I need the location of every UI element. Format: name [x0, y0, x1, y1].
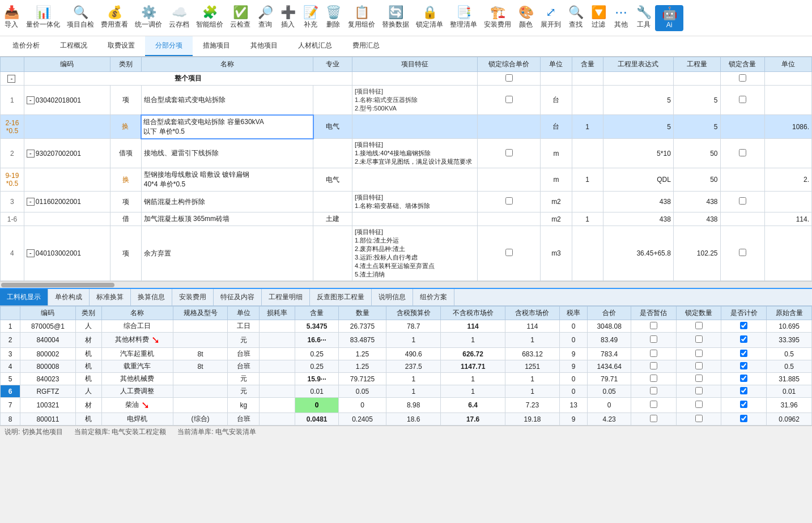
bottom-tab-calc-info[interactable]: 换算信息 — [131, 289, 172, 305]
toolbar-find[interactable]: 🔍 查找 — [564, 5, 587, 31]
toolbar-install-fee[interactable]: 🏗️ 安装费用 — [481, 5, 515, 31]
tab-cost-analysis[interactable]: 造价分析 — [2, 36, 50, 56]
col-header-lock-含量: 锁定含量 — [720, 57, 765, 72]
toolbar-fee-view[interactable]: 💰 费用查看 — [97, 5, 131, 31]
row-feature-1: [项目特征]1.名称:箱式变压器拆除2.型号:500KVA — [352, 86, 478, 115]
bottom-tab-project-detail[interactable]: 工程量明细 — [262, 289, 310, 305]
toolbar-expand[interactable]: ⤢ 展开到 — [537, 5, 564, 31]
toolbar-lock-clear[interactable]: 🔒 锁定清单 — [413, 5, 447, 31]
locked-qty-7[interactable] — [695, 401, 703, 408]
toolbar-import-label: 导入 — [5, 20, 18, 29]
lock-含量-4[interactable] — [739, 249, 746, 256]
estimate-8[interactable] — [650, 415, 657, 422]
row-num-3: 3 — [1, 192, 24, 212]
toolbar-color-label: 颜色 — [519, 20, 533, 29]
table-row-sub: 1-6 借 加气混凝土板顶 365mm砖墙 土建 m2 1 438 438 11… — [1, 212, 812, 226]
tab-fee-settings[interactable]: 取费设置 — [97, 36, 145, 56]
priced-6[interactable] — [740, 387, 747, 394]
unified-adjust-icon: ⚙️ — [141, 6, 156, 19]
toolbar-unified-adjust[interactable]: ⚙️ 统一调价 — [131, 5, 165, 31]
toolbar-import[interactable]: 📥 导入 — [0, 5, 23, 31]
bottom-tab-install-fee[interactable]: 安装费用 — [172, 289, 214, 305]
estimate-6[interactable] — [650, 387, 657, 394]
locked-qty-3[interactable] — [695, 350, 703, 357]
bottom-tab-labor-machine[interactable]: 工料机显示 — [0, 289, 48, 305]
toolbar-replace-data[interactable]: 🔄 替换数据 — [379, 5, 413, 31]
toolbar-supplement[interactable]: 📝 补充 — [299, 5, 322, 31]
toolbar-integration[interactable]: 📊 量价一体化 — [23, 5, 63, 31]
priced-2[interactable] — [740, 335, 747, 343]
main-scrollbar[interactable] — [0, 281, 812, 288]
priced-1[interactable] — [740, 322, 747, 329]
bottom-tab-description[interactable]: 说明信息 — [372, 289, 413, 305]
toolbar-query[interactable]: 🔎 查询 — [254, 5, 277, 31]
lock-price-4[interactable] — [505, 249, 513, 256]
tab-section-items[interactable]: 分部分项 — [145, 36, 193, 56]
toolbar-filter[interactable]: 🔽 过滤 — [587, 5, 610, 31]
locked-qty-4[interactable] — [695, 362, 703, 369]
priced-3[interactable] — [740, 350, 747, 357]
bottom-tab-unit-composition[interactable]: 单价构成 — [48, 289, 90, 305]
toolbar-project-inspect[interactable]: 🔍 项目自检 — [63, 5, 97, 31]
lock-price-2[interactable] — [505, 149, 513, 156]
bt-col-code: 编码 — [20, 307, 75, 320]
toolbar-organize-clear[interactable]: 📑 整理清单 — [447, 5, 481, 31]
priced-7[interactable] — [740, 401, 747, 408]
row-name-sub3[interactable]: 加气混凝土板顶 365mm砖墙 — [141, 212, 313, 226]
toolbar-delete[interactable]: 🗑️ 删除 — [322, 5, 345, 31]
row-name-4[interactable]: 余方弃置 — [141, 226, 313, 281]
lock-含量-2[interactable] — [739, 149, 746, 156]
cloud-archive-icon: ☁️ — [172, 6, 187, 19]
toolbar-ai[interactable]: 🤖 Ai — [655, 5, 683, 31]
estimate-5[interactable] — [650, 375, 657, 382]
row-expand-btn[interactable]: - — [1, 72, 24, 86]
row-name-sub1[interactable]: 组合型成套箱式变电站拆除 容量630kVA以下 单价*0.5 — [141, 115, 313, 139]
lock-含量-1[interactable] — [739, 96, 746, 103]
toolbar-cloud-check[interactable]: ✅ 云检查 — [227, 5, 254, 31]
estimate-1[interactable] — [650, 322, 657, 329]
bt-col-no-tax-market: 不含税市场价 — [441, 307, 505, 320]
tab-other-items[interactable]: 其他项目 — [240, 36, 288, 56]
priced-5[interactable] — [740, 375, 747, 382]
bottom-tab-feature-content[interactable]: 特征及内容 — [214, 289, 262, 305]
scrollbar-thumb[interactable] — [1, 283, 114, 287]
tab-project-overview[interactable]: 工程概况 — [50, 36, 97, 56]
row-name-sub2[interactable]: 型钢接地母线敷设 暗敷设 镀锌扁钢40*4 单价*0.5 — [141, 168, 313, 192]
tab-measures[interactable]: 措施项目 — [193, 36, 240, 56]
lock-checkbox-group[interactable] — [505, 74, 513, 82]
lock-含量-group[interactable] — [739, 74, 746, 82]
col-header-quantity-expr: 工程里表达式 — [603, 57, 673, 72]
col-header-num — [1, 57, 24, 72]
toolbar-other[interactable]: ⋯ 其他 — [610, 5, 632, 31]
bottom-tab-standard-calc[interactable]: 标准换算 — [90, 289, 131, 305]
estimate-2[interactable] — [650, 335, 657, 343]
toolbar-tool[interactable]: 🔧 工具 — [632, 5, 655, 31]
toolbar-smart-group[interactable]: 🧩 智能组价 — [193, 5, 227, 31]
locked-qty-2[interactable] — [695, 335, 703, 343]
bottom-tab-reverse-check[interactable]: 反查图形工程量 — [310, 289, 372, 305]
tab-fee-summary[interactable]: 费用汇总 — [342, 36, 390, 56]
toolbar-combine-group[interactable]: 📋 复用组价 — [345, 5, 379, 31]
row-name-1[interactable]: 组合型成套箱式变电站拆除 — [141, 86, 313, 115]
insert-icon: ➕ — [280, 6, 296, 19]
row-name-2[interactable]: 接地线、避雷引下线拆除 — [141, 139, 313, 168]
locked-qty-1[interactable] — [695, 322, 703, 329]
estimate-7[interactable] — [650, 401, 657, 408]
row-name-3[interactable]: 钢筋混凝土构件拆除 — [141, 192, 313, 212]
query-icon: 🔎 — [258, 6, 273, 19]
lock-price-3[interactable] — [505, 197, 513, 205]
lock-含量-3[interactable] — [739, 197, 746, 205]
toolbar-color[interactable]: 🎨 颜色 — [515, 5, 537, 31]
locked-qty-5[interactable] — [695, 375, 703, 382]
priced-4[interactable] — [740, 362, 747, 369]
bottom-tab-group-plan[interactable]: 组价方案 — [413, 289, 454, 305]
toolbar-insert[interactable]: ➕ 插入 — [277, 5, 299, 31]
estimate-4[interactable] — [650, 362, 657, 369]
toolbar-cloud-archive[interactable]: ☁️ 云存档 — [165, 5, 193, 31]
locked-qty-6[interactable] — [695, 387, 703, 394]
priced-8[interactable] — [740, 415, 747, 422]
lock-price-1[interactable] — [505, 96, 513, 103]
estimate-3[interactable] — [650, 350, 657, 357]
locked-qty-8[interactable] — [695, 415, 703, 422]
tab-labor-material[interactable]: 人材机汇总 — [288, 36, 342, 56]
